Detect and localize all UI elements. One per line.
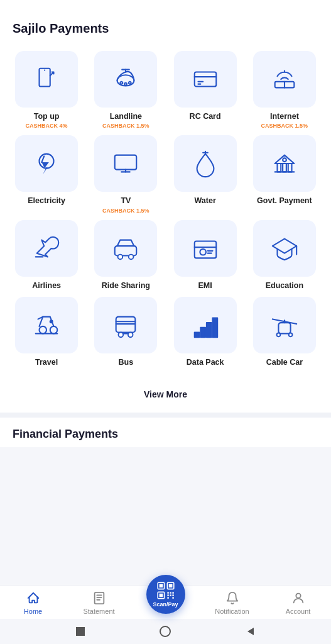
svg-point-27 <box>283 158 286 162</box>
service-item-bus[interactable]: Bus <box>89 297 162 367</box>
service-icon-topup <box>15 51 78 108</box>
svg-point-45 <box>128 332 133 337</box>
svg-point-39 <box>40 326 47 334</box>
account-label: Account <box>286 608 311 615</box>
svg-rect-17 <box>115 155 137 170</box>
svg-rect-0 <box>40 69 50 87</box>
service-icon-govt <box>253 135 316 192</box>
service-label-ridesharing: Ride Sharing <box>102 280 150 291</box>
android-nav-bar <box>0 619 331 644</box>
nav-statement[interactable]: Statement <box>80 591 118 615</box>
svg-rect-24 <box>283 164 286 172</box>
service-item-emi[interactable]: EMI <box>169 220 242 291</box>
android-square-btn[interactable] <box>74 625 87 638</box>
svg-rect-67 <box>159 594 163 597</box>
android-circle-btn[interactable] <box>159 625 171 638</box>
service-item-govt[interactable]: Govt. Payment <box>248 135 321 213</box>
scan-label: Scan/Pay <box>153 601 178 608</box>
nav-home[interactable]: Home <box>14 591 52 615</box>
service-icon-ridesharing <box>94 220 157 277</box>
statement-label: Statement <box>83 608 114 615</box>
nav-notification[interactable]: Notification <box>214 591 251 615</box>
service-item-electricity[interactable]: Electricity <box>10 135 83 213</box>
svg-rect-75 <box>172 597 173 598</box>
service-item-travel[interactable]: Travel <box>10 297 83 367</box>
service-item-internet[interactable]: InternetCASHBACK 1.5% <box>248 51 321 129</box>
service-item-datapack[interactable]: Data Pack <box>169 297 242 367</box>
service-label-datapack: Data Pack <box>187 357 224 367</box>
svg-rect-68 <box>167 592 168 593</box>
services-grid: Top upCASHBACK 4%LandlineCASHBACK 1.5%RC… <box>10 51 321 367</box>
svg-rect-73 <box>172 594 173 596</box>
service-icon-emi <box>174 220 237 277</box>
svg-rect-70 <box>172 592 173 593</box>
home-icon <box>26 591 41 606</box>
svg-point-40 <box>50 326 58 334</box>
svg-rect-77 <box>76 627 85 636</box>
svg-line-15 <box>41 157 44 163</box>
service-label-landline: Landline <box>110 111 142 121</box>
service-icon-tv <box>94 135 157 192</box>
svg-point-3 <box>121 82 123 84</box>
svg-rect-74 <box>167 597 168 598</box>
svg-point-44 <box>119 332 124 337</box>
service-item-education[interactable]: Education <box>248 220 321 291</box>
service-label-internet: Internet <box>270 111 299 121</box>
service-item-ridesharing[interactable]: Ride Sharing <box>89 220 162 291</box>
android-back-btn[interactable] <box>244 625 257 638</box>
service-label-emi: EMI <box>198 280 212 291</box>
svg-point-34 <box>200 248 206 255</box>
service-icon-education <box>253 220 316 277</box>
svg-rect-72 <box>170 594 171 596</box>
service-label-bus: Bus <box>119 357 134 367</box>
services-section: Top upCASHBACK 4%LandlineCASHBACK 1.5%RC… <box>0 45 331 377</box>
scan-fab[interactable]: Scan/Pay <box>146 575 185 614</box>
svg-rect-65 <box>168 584 172 588</box>
service-item-water[interactable]: Water <box>169 135 242 213</box>
app-title: Sajilo Payments <box>13 21 318 36</box>
financial-payments-title: Financial Payments <box>13 428 318 441</box>
cashback-badge-topup: CASHBACK 4% <box>26 123 68 129</box>
cashback-badge-tv: CASHBACK 1.5% <box>102 208 149 214</box>
service-item-rccard[interactable]: RC Card <box>169 51 242 129</box>
service-icon-bus <box>94 297 157 353</box>
svg-rect-23 <box>277 164 281 172</box>
service-item-cablecar[interactable]: Cable Car <box>248 297 321 367</box>
service-icon-landline <box>94 51 157 108</box>
nav-account[interactable]: Account <box>279 591 317 615</box>
svg-rect-25 <box>288 164 292 172</box>
view-more-button[interactable]: View More <box>144 389 187 399</box>
financial-section: Financial Payments <box>0 418 331 447</box>
svg-rect-48 <box>194 332 199 337</box>
home-label: Home <box>24 608 42 615</box>
svg-point-78 <box>160 626 170 636</box>
service-icon-datapack <box>174 297 237 353</box>
svg-point-30 <box>118 254 123 259</box>
svg-point-4 <box>124 83 127 86</box>
svg-rect-49 <box>200 328 205 337</box>
service-label-electricity: Electricity <box>28 196 65 206</box>
svg-point-31 <box>129 254 134 259</box>
cashback-badge-landline: CASHBACK 1.5% <box>102 123 149 129</box>
svg-marker-37 <box>273 238 296 253</box>
service-label-rccard: RC Card <box>190 111 221 121</box>
service-item-landline[interactable]: LandlineCASHBACK 1.5% <box>89 51 162 129</box>
service-label-airlines: Airlines <box>32 280 61 291</box>
service-label-tv: TV <box>121 196 131 206</box>
statement-icon <box>92 591 107 606</box>
service-icon-water <box>174 135 237 192</box>
service-item-tv[interactable]: TVCASHBACK 1.5% <box>89 135 162 213</box>
service-label-travel: Travel <box>35 357 58 367</box>
service-icon-internet <box>253 51 316 108</box>
svg-marker-79 <box>247 628 254 635</box>
svg-point-5 <box>129 82 131 84</box>
svg-rect-50 <box>207 323 212 337</box>
nav-scanpay[interactable]: Scan/Pay <box>146 592 185 614</box>
account-icon <box>291 591 306 606</box>
service-item-topup[interactable]: Top upCASHBACK 4% <box>10 51 83 129</box>
service-label-water: Water <box>194 196 215 206</box>
service-label-topup: Top up <box>34 111 60 121</box>
notification-icon <box>225 591 240 606</box>
svg-point-57 <box>289 333 293 336</box>
service-item-airlines[interactable]: Airlines <box>10 220 83 291</box>
